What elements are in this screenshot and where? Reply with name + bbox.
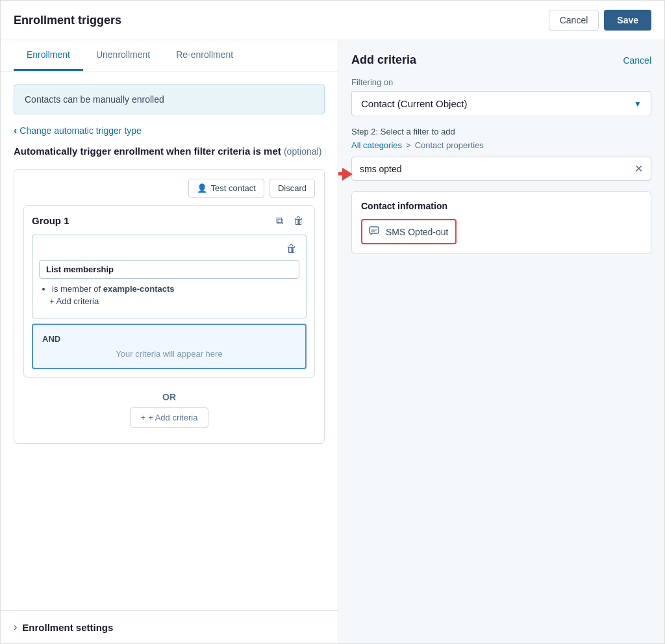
- breadcrumb-separator: >: [406, 140, 411, 150]
- criteria-inner: 🗑 List membership is member of example-c…: [32, 235, 307, 318]
- list-item: is member of example-contacts: [52, 284, 299, 294]
- header: Enrollment triggers Cancel Save: [1, 1, 664, 40]
- filtering-on-label: Filtering on: [351, 77, 651, 87]
- trash-icon-inner: 🗑: [286, 243, 297, 254]
- left-panel: Enrollment Unenrollment Re-enrollment Co…: [1, 40, 338, 643]
- plus-icon: +: [141, 413, 146, 422]
- arrow-head: [342, 168, 353, 181]
- add-criteria-header: Add criteria Cancel: [351, 53, 651, 67]
- contact-info-section: Contact information SMS Opted-out: [351, 191, 651, 254]
- group-header: Group 1 ⧉ 🗑: [32, 214, 307, 228]
- save-button[interactable]: Save: [604, 10, 651, 31]
- enrollment-settings-label: Enrollment settings: [22, 622, 113, 633]
- delete-criteria-button[interactable]: 🗑: [284, 242, 299, 256]
- main-layout: Enrollment Unenrollment Re-enrollment Co…: [1, 40, 664, 643]
- right-panel: Add criteria Cancel Filtering on Contact…: [338, 40, 664, 643]
- tab-enrollment[interactable]: Enrollment: [14, 40, 83, 71]
- group-box: Group 1 ⧉ 🗑: [23, 205, 315, 378]
- group-title: Group 1: [32, 215, 69, 226]
- criteria-badge: List membership: [39, 260, 299, 279]
- add-criteria-item[interactable]: + Add criteria: [49, 296, 299, 306]
- page-title: Enrollment triggers: [14, 14, 121, 27]
- add-criteria-title: Add criteria: [351, 53, 416, 67]
- test-contact-button[interactable]: 👤 Test contact: [188, 179, 264, 198]
- criteria-list: is member of example-contacts + Add crit…: [39, 284, 299, 306]
- manual-enroll-box: Contacts can be manually enrolled: [14, 84, 325, 114]
- chevron-right-icon: ›: [14, 621, 17, 633]
- group-actions: ⧉ 🗑: [273, 214, 307, 228]
- filtering-dropdown[interactable]: Contact (Current Object) ▼: [351, 91, 651, 116]
- and-box: AND Your criteria will appear here: [32, 324, 307, 369]
- search-input[interactable]: [360, 164, 634, 174]
- copy-group-button[interactable]: ⧉: [273, 214, 286, 228]
- step2-label: Step 2: Select a filter to add: [351, 127, 651, 136]
- delete-group-button[interactable]: 🗑: [291, 214, 307, 228]
- dropdown-text: Contact (Current Object): [361, 98, 467, 109]
- left-content: Contacts can be manually enrolled Change…: [1, 71, 338, 610]
- enrollment-settings[interactable]: › Enrollment settings: [1, 610, 338, 643]
- header-buttons: Cancel Save: [549, 10, 651, 31]
- change-trigger-link[interactable]: Change automatic trigger type: [14, 125, 325, 136]
- breadcrumb: All categories > Contact properties: [351, 140, 651, 150]
- tab-reenrollment[interactable]: Re-enrollment: [163, 40, 246, 71]
- auto-trigger-title: Automatically trigger enrollment when fi…: [14, 144, 325, 159]
- tab-unenrollment[interactable]: Unenrollment: [83, 40, 163, 71]
- contact-info-title: Contact information: [361, 201, 642, 211]
- sms-opted-label: SMS Opted-out: [386, 227, 449, 237]
- breadcrumb-contact-properties: Contact properties: [415, 140, 484, 150]
- discard-button[interactable]: Discard: [270, 179, 315, 198]
- right-panel-cancel[interactable]: Cancel: [623, 55, 651, 66]
- filter-card-header: 👤 Test contact Discard: [23, 179, 315, 198]
- filter-card: 👤 Test contact Discard Group 1 ⧉: [14, 169, 325, 444]
- chevron-down-icon: ▼: [634, 99, 642, 109]
- clear-search-icon[interactable]: ✕: [634, 162, 643, 175]
- search-container: ✕: [351, 157, 651, 181]
- red-arrow: [338, 168, 353, 181]
- breadcrumb-all-categories[interactable]: All categories: [351, 140, 402, 150]
- copy-icon: ⧉: [276, 215, 283, 226]
- add-criteria-button[interactable]: + + Add criteria: [130, 407, 209, 428]
- or-section: OR + + Add criteria: [23, 385, 315, 434]
- trash-icon: 🗑: [294, 215, 304, 226]
- cancel-button[interactable]: Cancel: [549, 10, 599, 31]
- sms-opted-item[interactable]: SMS Opted-out: [361, 219, 457, 244]
- sms-opted-icon: [369, 225, 379, 238]
- tabs: Enrollment Unenrollment Re-enrollment: [1, 40, 338, 71]
- search-wrapper: ✕: [351, 157, 651, 191]
- criteria-inner-header: 🗑: [39, 242, 299, 256]
- person-icon: 👤: [197, 183, 207, 193]
